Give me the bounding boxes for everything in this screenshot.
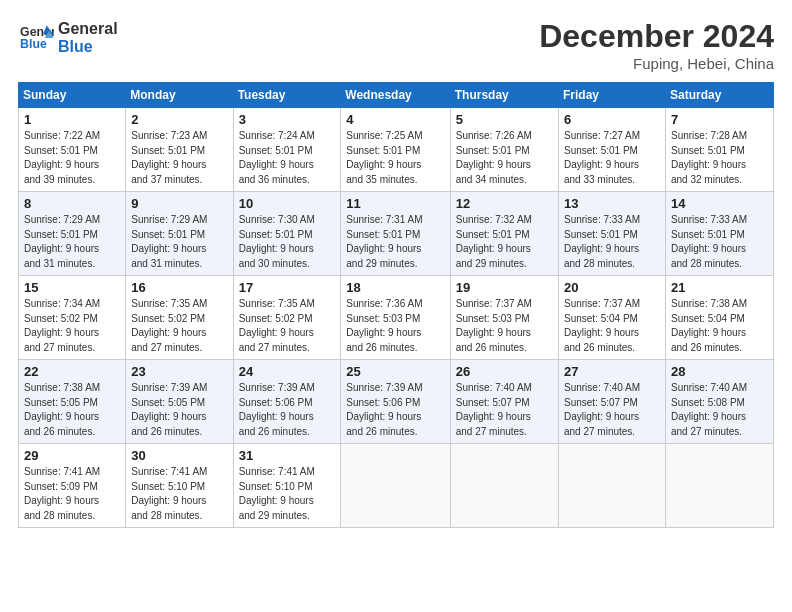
- calendar-cell: 25Sunrise: 7:39 AMSunset: 5:06 PMDayligh…: [341, 360, 450, 444]
- day-number: 15: [24, 280, 120, 295]
- day-number: 28: [671, 364, 768, 379]
- day-number: 5: [456, 112, 553, 127]
- day-info: Sunrise: 7:22 AMSunset: 5:01 PMDaylight:…: [24, 129, 120, 187]
- calendar-cell: 6Sunrise: 7:27 AMSunset: 5:01 PMDaylight…: [558, 108, 665, 192]
- header: General Blue General Blue December 2024 …: [18, 18, 774, 72]
- calendar-cell: 18Sunrise: 7:36 AMSunset: 5:03 PMDayligh…: [341, 276, 450, 360]
- logo-general: General: [58, 20, 118, 38]
- col-header-friday: Friday: [558, 83, 665, 108]
- week-row-2: 8Sunrise: 7:29 AMSunset: 5:01 PMDaylight…: [19, 192, 774, 276]
- day-info: Sunrise: 7:36 AMSunset: 5:03 PMDaylight:…: [346, 297, 444, 355]
- calendar-cell: [558, 444, 665, 528]
- day-info: Sunrise: 7:40 AMSunset: 5:07 PMDaylight:…: [564, 381, 660, 439]
- week-row-4: 22Sunrise: 7:38 AMSunset: 5:05 PMDayligh…: [19, 360, 774, 444]
- day-info: Sunrise: 7:35 AMSunset: 5:02 PMDaylight:…: [131, 297, 227, 355]
- calendar-cell: 1Sunrise: 7:22 AMSunset: 5:01 PMDaylight…: [19, 108, 126, 192]
- calendar-cell: 7Sunrise: 7:28 AMSunset: 5:01 PMDaylight…: [665, 108, 773, 192]
- day-number: 31: [239, 448, 336, 463]
- calendar-cell: 30Sunrise: 7:41 AMSunset: 5:10 PMDayligh…: [126, 444, 233, 528]
- day-number: 1: [24, 112, 120, 127]
- calendar-cell: 13Sunrise: 7:33 AMSunset: 5:01 PMDayligh…: [558, 192, 665, 276]
- day-info: Sunrise: 7:38 AMSunset: 5:04 PMDaylight:…: [671, 297, 768, 355]
- calendar-cell: 22Sunrise: 7:38 AMSunset: 5:05 PMDayligh…: [19, 360, 126, 444]
- day-info: Sunrise: 7:39 AMSunset: 5:05 PMDaylight:…: [131, 381, 227, 439]
- calendar-cell: 26Sunrise: 7:40 AMSunset: 5:07 PMDayligh…: [450, 360, 558, 444]
- day-number: 18: [346, 280, 444, 295]
- calendar-cell: 28Sunrise: 7:40 AMSunset: 5:08 PMDayligh…: [665, 360, 773, 444]
- day-number: 29: [24, 448, 120, 463]
- day-info: Sunrise: 7:40 AMSunset: 5:07 PMDaylight:…: [456, 381, 553, 439]
- day-number: 30: [131, 448, 227, 463]
- col-header-saturday: Saturday: [665, 83, 773, 108]
- day-info: Sunrise: 7:39 AMSunset: 5:06 PMDaylight:…: [346, 381, 444, 439]
- day-number: 27: [564, 364, 660, 379]
- logo-blue: Blue: [58, 38, 118, 56]
- day-number: 26: [456, 364, 553, 379]
- day-info: Sunrise: 7:34 AMSunset: 5:02 PMDaylight:…: [24, 297, 120, 355]
- calendar-cell: 8Sunrise: 7:29 AMSunset: 5:01 PMDaylight…: [19, 192, 126, 276]
- calendar-cell: [665, 444, 773, 528]
- day-info: Sunrise: 7:32 AMSunset: 5:01 PMDaylight:…: [456, 213, 553, 271]
- day-number: 11: [346, 196, 444, 211]
- week-row-1: 1Sunrise: 7:22 AMSunset: 5:01 PMDaylight…: [19, 108, 774, 192]
- calendar-cell: 29Sunrise: 7:41 AMSunset: 5:09 PMDayligh…: [19, 444, 126, 528]
- day-number: 19: [456, 280, 553, 295]
- day-number: 7: [671, 112, 768, 127]
- day-info: Sunrise: 7:31 AMSunset: 5:01 PMDaylight:…: [346, 213, 444, 271]
- logo: General Blue General Blue: [18, 18, 118, 55]
- calendar-cell: 21Sunrise: 7:38 AMSunset: 5:04 PMDayligh…: [665, 276, 773, 360]
- calendar-header-row: SundayMondayTuesdayWednesdayThursdayFrid…: [19, 83, 774, 108]
- day-number: 10: [239, 196, 336, 211]
- day-number: 22: [24, 364, 120, 379]
- calendar-cell: 31Sunrise: 7:41 AMSunset: 5:10 PMDayligh…: [233, 444, 341, 528]
- calendar-cell: [450, 444, 558, 528]
- calendar-cell: 19Sunrise: 7:37 AMSunset: 5:03 PMDayligh…: [450, 276, 558, 360]
- day-number: 12: [456, 196, 553, 211]
- calendar-cell: [341, 444, 450, 528]
- day-info: Sunrise: 7:39 AMSunset: 5:06 PMDaylight:…: [239, 381, 336, 439]
- day-info: Sunrise: 7:27 AMSunset: 5:01 PMDaylight:…: [564, 129, 660, 187]
- day-info: Sunrise: 7:41 AMSunset: 5:10 PMDaylight:…: [131, 465, 227, 523]
- calendar-cell: 4Sunrise: 7:25 AMSunset: 5:01 PMDaylight…: [341, 108, 450, 192]
- month-title: December 2024: [539, 18, 774, 55]
- calendar-cell: 5Sunrise: 7:26 AMSunset: 5:01 PMDaylight…: [450, 108, 558, 192]
- page: General Blue General Blue December 2024 …: [0, 0, 792, 612]
- col-header-sunday: Sunday: [19, 83, 126, 108]
- day-info: Sunrise: 7:30 AMSunset: 5:01 PMDaylight:…: [239, 213, 336, 271]
- day-info: Sunrise: 7:25 AMSunset: 5:01 PMDaylight:…: [346, 129, 444, 187]
- location: Fuping, Hebei, China: [539, 55, 774, 72]
- day-number: 3: [239, 112, 336, 127]
- calendar-cell: 17Sunrise: 7:35 AMSunset: 5:02 PMDayligh…: [233, 276, 341, 360]
- day-number: 25: [346, 364, 444, 379]
- day-info: Sunrise: 7:33 AMSunset: 5:01 PMDaylight:…: [564, 213, 660, 271]
- day-info: Sunrise: 7:23 AMSunset: 5:01 PMDaylight:…: [131, 129, 227, 187]
- day-info: Sunrise: 7:29 AMSunset: 5:01 PMDaylight:…: [131, 213, 227, 271]
- day-info: Sunrise: 7:28 AMSunset: 5:01 PMDaylight:…: [671, 129, 768, 187]
- calendar-cell: 9Sunrise: 7:29 AMSunset: 5:01 PMDaylight…: [126, 192, 233, 276]
- day-number: 16: [131, 280, 227, 295]
- day-number: 23: [131, 364, 227, 379]
- day-info: Sunrise: 7:41 AMSunset: 5:09 PMDaylight:…: [24, 465, 120, 523]
- calendar-cell: 10Sunrise: 7:30 AMSunset: 5:01 PMDayligh…: [233, 192, 341, 276]
- day-number: 17: [239, 280, 336, 295]
- calendar-cell: 3Sunrise: 7:24 AMSunset: 5:01 PMDaylight…: [233, 108, 341, 192]
- calendar-cell: 12Sunrise: 7:32 AMSunset: 5:01 PMDayligh…: [450, 192, 558, 276]
- calendar-cell: 14Sunrise: 7:33 AMSunset: 5:01 PMDayligh…: [665, 192, 773, 276]
- day-info: Sunrise: 7:29 AMSunset: 5:01 PMDaylight:…: [24, 213, 120, 271]
- col-header-wednesday: Wednesday: [341, 83, 450, 108]
- day-info: Sunrise: 7:33 AMSunset: 5:01 PMDaylight:…: [671, 213, 768, 271]
- day-number: 13: [564, 196, 660, 211]
- day-number: 14: [671, 196, 768, 211]
- calendar-cell: 16Sunrise: 7:35 AMSunset: 5:02 PMDayligh…: [126, 276, 233, 360]
- calendar-cell: 15Sunrise: 7:34 AMSunset: 5:02 PMDayligh…: [19, 276, 126, 360]
- calendar-cell: 2Sunrise: 7:23 AMSunset: 5:01 PMDaylight…: [126, 108, 233, 192]
- calendar-cell: 27Sunrise: 7:40 AMSunset: 5:07 PMDayligh…: [558, 360, 665, 444]
- day-number: 24: [239, 364, 336, 379]
- day-info: Sunrise: 7:37 AMSunset: 5:04 PMDaylight:…: [564, 297, 660, 355]
- day-number: 6: [564, 112, 660, 127]
- day-number: 21: [671, 280, 768, 295]
- day-number: 20: [564, 280, 660, 295]
- day-info: Sunrise: 7:40 AMSunset: 5:08 PMDaylight:…: [671, 381, 768, 439]
- day-info: Sunrise: 7:38 AMSunset: 5:05 PMDaylight:…: [24, 381, 120, 439]
- day-info: Sunrise: 7:37 AMSunset: 5:03 PMDaylight:…: [456, 297, 553, 355]
